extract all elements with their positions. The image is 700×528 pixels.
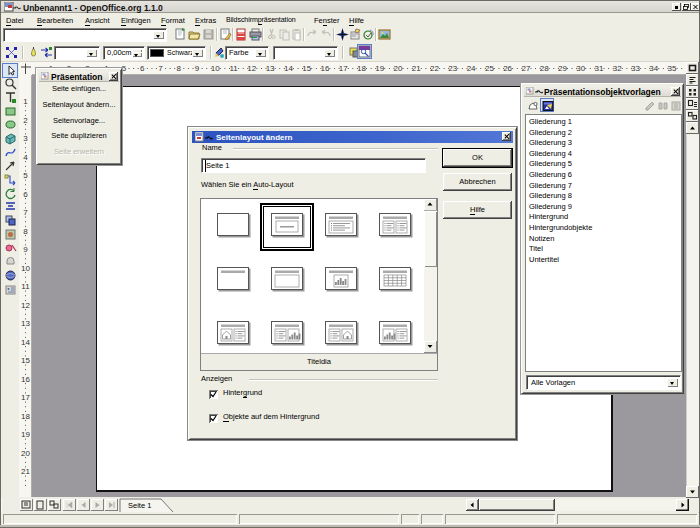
svg-text:4: 4 <box>23 153 28 162</box>
svg-text:8: 8 <box>23 227 28 236</box>
svg-text:23: 23 <box>448 64 457 73</box>
svg-text:33: 33 <box>631 64 640 73</box>
svg-text:6: 6 <box>23 190 28 199</box>
svg-text:27: 27 <box>521 64 530 73</box>
svg-text:11: 11 <box>229 64 238 73</box>
svg-text:6: 6 <box>140 64 145 73</box>
svg-text:5: 5 <box>23 171 28 180</box>
svg-text:13: 13 <box>266 64 275 73</box>
svg-text:9: 9 <box>23 245 28 254</box>
svg-text:32: 32 <box>613 64 622 73</box>
svg-text:11: 11 <box>21 282 30 291</box>
svg-text:12: 12 <box>21 301 30 310</box>
svg-text:35: 35 <box>668 64 677 73</box>
svg-text:19: 19 <box>375 64 384 73</box>
svg-text:13: 13 <box>21 319 30 328</box>
svg-text:26: 26 <box>503 64 512 73</box>
svg-text:17: 17 <box>21 393 30 402</box>
svg-text:14: 14 <box>21 338 30 347</box>
svg-text:5: 5 <box>122 64 127 73</box>
svg-text:1: 1 <box>23 97 28 106</box>
svg-text:20: 20 <box>21 449 30 458</box>
svg-text:29: 29 <box>558 64 567 73</box>
svg-text:18: 18 <box>21 412 30 421</box>
svg-text:14: 14 <box>284 64 293 73</box>
svg-text:12: 12 <box>247 64 256 73</box>
svg-text:16: 16 <box>21 375 30 384</box>
svg-text:24: 24 <box>467 64 476 73</box>
svg-text:15: 15 <box>302 64 311 73</box>
svg-text:2: 2 <box>23 116 28 125</box>
svg-text:22: 22 <box>430 64 439 73</box>
svg-text:20: 20 <box>394 64 403 73</box>
svg-text:21: 21 <box>412 64 421 73</box>
svg-text:8: 8 <box>177 64 182 73</box>
svg-text:18: 18 <box>357 64 366 73</box>
svg-text:Seite 1: Seite 1 <box>128 501 151 510</box>
svg-text:31: 31 <box>595 64 604 73</box>
svg-text:3: 3 <box>23 134 28 143</box>
svg-text:30: 30 <box>576 64 585 73</box>
svg-text:17: 17 <box>339 64 348 73</box>
svg-text:19: 19 <box>21 430 30 439</box>
svg-text:9: 9 <box>195 64 200 73</box>
svg-text:10: 10 <box>211 64 220 73</box>
svg-text:15: 15 <box>21 356 30 365</box>
svg-text:16: 16 <box>320 64 329 73</box>
svg-text:25: 25 <box>485 64 494 73</box>
svg-text:21: 21 <box>21 467 30 476</box>
svg-text:10: 10 <box>21 264 30 273</box>
svg-text:7: 7 <box>23 208 28 217</box>
svg-text:34: 34 <box>649 64 658 73</box>
svg-text:28: 28 <box>540 64 549 73</box>
svg-text:7: 7 <box>158 64 163 73</box>
